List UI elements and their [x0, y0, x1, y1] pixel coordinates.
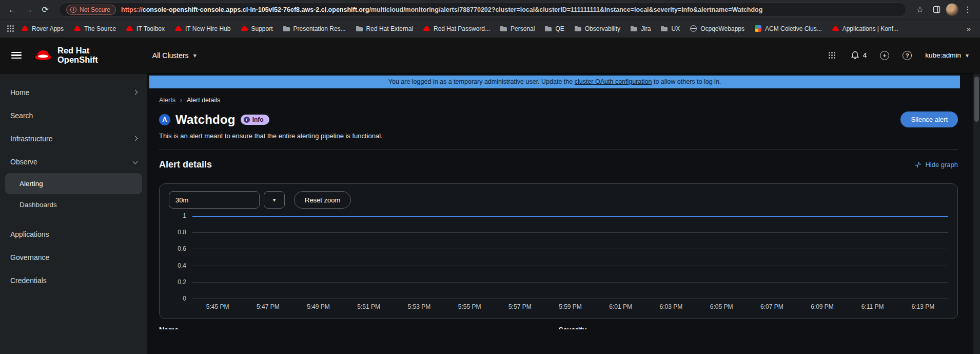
- chart-x-tick-label: 6:03 PM: [660, 303, 683, 310]
- sidebar-item-applications[interactable]: Applications: [0, 222, 147, 246]
- url-path: /multicloud/monitoring/alerts/788770202?…: [369, 6, 762, 13]
- bookmark-item[interactable]: UX: [656, 23, 684, 34]
- observe-submenu: Alerting Dashboards: [0, 173, 147, 215]
- globe-icon: [690, 25, 697, 32]
- chart-series-line: [192, 216, 948, 217]
- browser-profile-avatar[interactable]: [946, 3, 958, 16]
- bookmark-item[interactable]: ACM Coletive Clus...: [750, 23, 827, 34]
- sidebar-item-label: Dashboards: [19, 201, 57, 209]
- sidebar-item-dashboards[interactable]: Dashboards: [0, 194, 147, 215]
- chart-x-tick-label: 5:59 PM: [559, 303, 582, 310]
- divider: [159, 149, 958, 150]
- bookmark-item[interactable]: Personal: [496, 23, 539, 34]
- bookmarks-overflow-icon[interactable]: »: [963, 24, 975, 33]
- chart-gridline: [192, 299, 948, 299]
- bookmark-item[interactable]: Presentation Res...: [279, 23, 350, 34]
- page-scrollbar[interactable]: [973, 73, 980, 354]
- bookmark-item[interactable]: Red Hat External: [351, 23, 418, 34]
- bookmark-label: QE: [555, 25, 564, 32]
- sidebar-item-label: Search: [10, 111, 33, 120]
- folder-icon: [545, 25, 552, 32]
- chart-y-tick-label: 0.6: [178, 245, 186, 252]
- scrollbar-thumb[interactable]: [974, 77, 979, 122]
- sidebar-item-home[interactable]: Home: [0, 81, 147, 104]
- sidebar-item-governance[interactable]: Governance: [0, 246, 147, 269]
- not-secure-label: Not Secure: [80, 6, 110, 13]
- reload-icon[interactable]: ⟳: [38, 3, 52, 17]
- silence-alert-button[interactable]: Silence alert: [900, 111, 958, 127]
- severity-label: Info: [252, 116, 264, 123]
- bookmark-item[interactable]: Rover Apps: [17, 23, 68, 34]
- warning-icon: !: [70, 7, 76, 13]
- chart-x-tick-label: 5:57 PM: [508, 303, 532, 310]
- chart-gridline: [192, 266, 948, 266]
- chevron-down-icon: ▾: [193, 52, 197, 59]
- breadcrumb: Alerts › Alert details: [159, 97, 958, 104]
- apps-grid-icon[interactable]: [5, 23, 16, 34]
- severity-badge: i Info: [241, 115, 269, 125]
- time-range-input[interactable]: 30m: [169, 191, 260, 209]
- details-section-cutoff: Name Severity: [159, 326, 958, 329]
- bookmark-item[interactable]: QE: [540, 23, 569, 34]
- folder-icon: [500, 25, 507, 32]
- bookmark-item[interactable]: OcpqeWebapps: [685, 23, 749, 34]
- chevron-down-icon: [133, 159, 138, 164]
- bookmark-star-icon[interactable]: ☆: [913, 3, 927, 17]
- back-icon[interactable]: ←: [5, 3, 19, 17]
- sidebar-item-observe[interactable]: Observe: [0, 150, 147, 173]
- chart-x-tick-label: 6:13 PM: [912, 303, 935, 310]
- bookmark-item[interactable]: Red Hat Password...: [419, 23, 495, 34]
- user-menu-dropdown[interactable]: kube:admin ▾: [925, 51, 969, 59]
- chart-x-tick-label: 6:07 PM: [760, 303, 783, 310]
- bookmark-item[interactable]: IT New Hire Hub: [170, 23, 235, 34]
- chart-x-tick-label: 5:53 PM: [408, 303, 431, 310]
- bookmark-item[interactable]: IT Toolbox: [122, 23, 169, 34]
- redhat-icon: [175, 25, 182, 32]
- time-range-dropdown-toggle[interactable]: ▾: [264, 191, 285, 209]
- bookmark-label: UX: [671, 25, 680, 32]
- hamburger-menu-icon[interactable]: [11, 52, 22, 59]
- folder-icon: [661, 25, 668, 32]
- sidebar-item-credentials[interactable]: Credentials: [0, 269, 147, 292]
- oauth-configuration-link[interactable]: cluster OAuth configuration: [575, 78, 652, 85]
- bookmark-item[interactable]: Applications | Konf...: [828, 23, 903, 34]
- bookmark-item[interactable]: Observability: [570, 23, 625, 34]
- banner-text: to allow others to log in.: [652, 78, 721, 85]
- bookmark-item[interactable]: Jira: [626, 23, 655, 34]
- sidebar-item-alerting[interactable]: Alerting: [5, 173, 142, 194]
- chart-gridline: [192, 282, 948, 283]
- bookmark-item[interactable]: The Source: [69, 23, 121, 34]
- tab-panel-glyph: [933, 6, 940, 13]
- notifications-bell[interactable]: 4: [851, 51, 867, 60]
- bookmark-label: Presentation Res...: [293, 25, 346, 32]
- detail-label-name: Name: [159, 326, 179, 329]
- sidebar-item-search[interactable]: Search: [0, 104, 147, 127]
- chart-y-tick-label: 0.4: [178, 262, 186, 269]
- info-icon: i: [244, 117, 250, 123]
- help-icon[interactable]: ?: [903, 51, 912, 60]
- forward-icon[interactable]: →: [22, 3, 36, 17]
- hide-graph-link[interactable]: Hide graph: [915, 161, 958, 169]
- chart-x-tick-label: 5:49 PM: [307, 303, 330, 310]
- bookmark-label: Applications | Konf...: [842, 25, 898, 32]
- add-plus-icon[interactable]: +: [880, 51, 889, 60]
- bookmark-item[interactable]: Support: [237, 23, 278, 34]
- breadcrumb-alerts-link[interactable]: Alerts: [159, 97, 175, 104]
- not-secure-badge[interactable]: ! Not Secure: [66, 5, 116, 15]
- browser-menu-kebab-icon[interactable]: ⋮: [961, 3, 975, 17]
- url-bar[interactable]: ! Not Secure https://console-openshift-c…: [58, 3, 907, 17]
- app-launcher-icon[interactable]: [827, 50, 837, 61]
- bookmark-label: IT New Hire Hub: [185, 25, 230, 32]
- redhat-icon: [126, 25, 133, 32]
- bookmark-label: OcpqeWebapps: [700, 25, 744, 32]
- hide-graph-label: Hide graph: [925, 161, 958, 169]
- reset-zoom-button[interactable]: Reset zoom: [294, 191, 351, 209]
- breadcrumb-current: Alert details: [187, 97, 220, 104]
- site-icon: [755, 25, 761, 32]
- chevron-down-icon: ▾: [966, 52, 969, 59]
- sidebar-item-infrastructure[interactable]: Infrastructure: [0, 127, 147, 150]
- browser-tab-panel-icon[interactable]: [929, 3, 944, 17]
- url-text: https://console-openshift-console.apps.c…: [121, 6, 762, 13]
- chart-gridline: [192, 232, 948, 233]
- cluster-selector-dropdown[interactable]: All Clusters ▾: [152, 51, 197, 60]
